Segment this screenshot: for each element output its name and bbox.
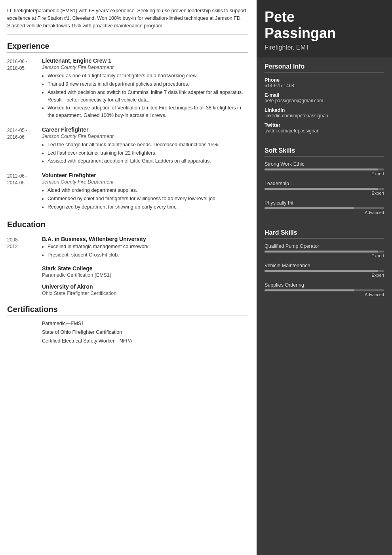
edu-detail-stark: Paramedic Certification (EMS1)	[42, 272, 248, 278]
full-name: PetePassingan	[265, 9, 384, 42]
hard-skills-section: Hard Skills Qualified Pump Operator Expe…	[257, 224, 392, 306]
skill-bar-bg-supplies-ordering	[265, 289, 384, 291]
education-section: Education 2008 -2012 B.A. in Business, W…	[7, 220, 248, 296]
email-label: E-mail	[265, 92, 384, 98]
job-title: Firefighter, EMT	[265, 44, 384, 51]
exp-company-3: Jemson County Fire Department	[42, 179, 248, 185]
edu-degree-stark: Stark State College	[42, 265, 248, 272]
skill-name-physically-fit: Physically Fit	[265, 200, 384, 206]
exp-title-3: Volunteer Firefighter	[42, 172, 248, 178]
skill-work-ethic: Strong Work Ethic Expert	[265, 161, 384, 176]
skill-name-supplies-ordering: Supplies Ordering	[265, 282, 384, 288]
skill-bar-fill-leadership	[265, 188, 378, 190]
soft-skills-section: Soft Skills Strong Work Ethic Expert Lea…	[257, 142, 392, 224]
skill-level-physically-fit: Advanced	[265, 210, 384, 215]
edu-entry-akron: University of Akron Ohio State Firefight…	[42, 283, 248, 296]
skill-supplies-ordering: Supplies Ordering Advanced	[265, 282, 384, 297]
twitter-label: Twitter	[265, 122, 384, 128]
edu-content-1: B.A. in Business, Wittenberg University …	[42, 236, 248, 260]
exp-bullets-3: Aided with ordering department supplies.…	[42, 187, 248, 211]
cert-text-2: State of Ohio Firefighter Certification	[42, 329, 248, 335]
exp-company-1: Jemson County Fire Department	[42, 65, 248, 70]
skill-bar-fill-physically-fit	[265, 207, 354, 209]
exp-dates-2: 2014-05 -2016-06	[7, 126, 42, 166]
info-email: E-mail pete.passignan@gmail.com	[265, 92, 384, 103]
bullet: Trained 9 new recruits in all department…	[48, 80, 248, 88]
bullet: Led flashover container training for 22 …	[48, 149, 248, 157]
edu-detail-akron: Ohio State Firefighter Certification	[42, 291, 248, 296]
exp-content-1: Lieutenant, Engine Crew 1 Jemson County …	[42, 57, 248, 120]
soft-skills-title: Soft Skills	[265, 147, 384, 157]
experience-section: Experience 2016-06 -2018-05 Lieutenant, …	[7, 42, 248, 211]
edu-dates-1: 2008 -2012	[7, 236, 42, 260]
exp-bullets-2: Led the charge for all truck maintenance…	[42, 141, 248, 165]
info-twitter: Twitter twitter.com/petepassignan	[265, 122, 384, 134]
skill-name-pump-operator: Qualified Pump Operator	[265, 243, 384, 249]
skill-level-leadership: Expert	[265, 191, 384, 195]
exp-title-2: Career Firefighter	[42, 126, 248, 133]
bullet: Worked to increase adoption of Ventilati…	[48, 104, 248, 119]
bullet: President, student CrossFit club.	[48, 251, 248, 259]
exp-content-2: Career Firefighter Jemson County Fire De…	[42, 126, 248, 166]
skill-bar-bg-physically-fit	[265, 207, 384, 209]
bullet: Led the charge for all truck maintenance…	[48, 141, 248, 149]
summary-text: Lt. firefighter/paramedic (EMS1) with 6+…	[7, 7, 248, 34]
bullet: Aided with ordering department supplies.	[48, 187, 248, 194]
bullet: Excelled in strategic management coursew…	[48, 243, 248, 251]
skill-bar-fill-pump-operator	[265, 251, 378, 253]
exp-company-2: Jemson County Fire Department	[42, 134, 248, 139]
edu-entry-stark: Stark State College Paramedic Certificat…	[42, 265, 248, 278]
email-value: pete.passignan@gmail.com	[265, 98, 384, 103]
edu-degree-1: B.A. in Business, Wittenberg University	[42, 236, 248, 242]
skill-level-supplies-ordering: Advanced	[265, 292, 384, 297]
education-title: Education	[7, 220, 248, 231]
hard-skills-title: Hard Skills	[265, 229, 384, 239]
cert-entry-1: Paramedic—EMS1	[42, 321, 248, 326]
linkedin-label: LinkedIn	[265, 107, 384, 113]
skill-pump-operator: Qualified Pump Operator Expert	[265, 243, 384, 258]
certifications-title: Certifications	[7, 305, 248, 316]
info-phone: Phone 614-975-1468	[265, 77, 384, 88]
twitter-value: twitter.com/petepassignan	[265, 128, 384, 134]
exp-entry-2: 2014-05 -2016-06 Career Firefighter Jems…	[7, 126, 248, 166]
skill-bar-bg-leadership	[265, 188, 384, 190]
skill-bar-bg-work-ethic	[265, 168, 384, 170]
bullet: Assisted with decision and switch to Cum…	[48, 89, 248, 104]
certifications-section: Certifications Paramedic—EMS1 State of O…	[7, 305, 248, 344]
skill-vehicle-maintenance: Vehicle Maintenance Expert	[265, 263, 384, 278]
resume-layout: Lt. firefighter/paramedic (EMS1) with 6+…	[0, 0, 392, 555]
skill-leadership: Leadership Expert	[265, 181, 384, 195]
exp-dates-3: 2012-06 -2014-05	[7, 172, 42, 211]
skill-name-vehicle-maintenance: Vehicle Maintenance	[265, 263, 384, 268]
exp-dates-1: 2016-06 -2018-05	[7, 57, 42, 120]
skill-bar-fill-supplies-ordering	[265, 289, 354, 291]
skill-level-vehicle-maintenance: Expert	[265, 273, 384, 278]
exp-bullets-1: Worked as one of a tight family of firef…	[42, 72, 248, 119]
skill-bar-bg-vehicle-maintenance	[265, 270, 384, 272]
personal-info-title: Personal Info	[265, 63, 384, 73]
edu-bullets-1: Excelled in strategic management coursew…	[42, 243, 248, 259]
name-block: PetePassingan Firefighter, EMT	[257, 0, 392, 57]
phone-label: Phone	[265, 77, 384, 83]
exp-entry-3: 2012-06 -2014-05 Volunteer Firefighter J…	[7, 172, 248, 211]
skill-bar-fill-work-ethic	[265, 168, 378, 170]
experience-title: Experience	[7, 42, 248, 53]
skill-name-leadership: Leadership	[265, 181, 384, 186]
personal-info-section: Personal Info Phone 614-975-1468 E-mail …	[257, 57, 392, 142]
skill-level-pump-operator: Expert	[265, 253, 384, 258]
phone-value: 614-975-1468	[265, 83, 384, 88]
edu-degree-akron: University of Akron	[42, 283, 248, 290]
info-linkedin: LinkedIn linkedin.com/in/petepassignan	[265, 107, 384, 119]
skill-level-work-ethic: Expert	[265, 171, 384, 176]
edu-entry-wittenberg: 2008 -2012 B.A. in Business, Wittenberg …	[7, 236, 248, 260]
linkedin-value: linkedin.com/in/petepassignan	[265, 113, 384, 119]
bullet: Commended by chief and firefighters for …	[48, 195, 248, 203]
skill-physically-fit: Physically Fit Advanced	[265, 200, 384, 215]
exp-entry-1: 2016-06 -2018-05 Lieutenant, Engine Crew…	[7, 57, 248, 120]
right-column: PetePassingan Firefighter, EMT Personal …	[257, 0, 392, 555]
cert-text-1: Paramedic—EMS1	[42, 321, 248, 326]
skill-bar-bg-pump-operator	[265, 251, 384, 253]
cert-entry-2: State of Ohio Firefighter Certification	[42, 329, 248, 335]
bullet: Recognized by department for showing up …	[48, 203, 248, 211]
bullet: Worked as one of a tight family of firef…	[48, 72, 248, 80]
